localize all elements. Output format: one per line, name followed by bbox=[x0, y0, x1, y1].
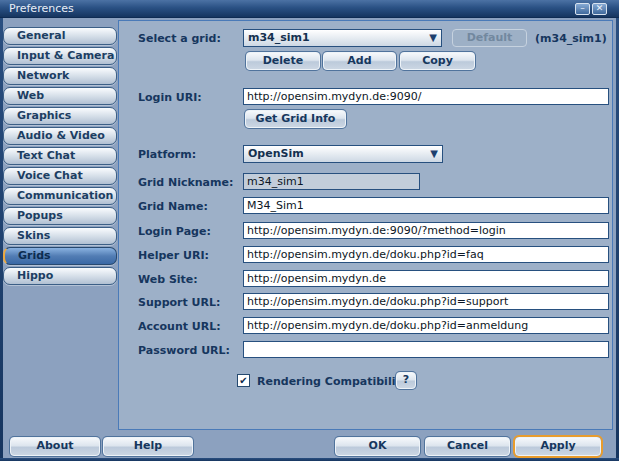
check-icon: ✔ bbox=[239, 375, 247, 386]
preferences-dialog: Preferences – ✕ General Input & Camera N… bbox=[0, 0, 619, 461]
rendering-compatibility-checkbox[interactable]: ✔ bbox=[237, 374, 250, 387]
apply-button[interactable]: Apply bbox=[515, 437, 601, 456]
password-url-label: Password URL: bbox=[138, 344, 230, 357]
delete-button[interactable]: Delete bbox=[246, 52, 320, 70]
sidebar-item-popups[interactable]: Popups bbox=[3, 207, 117, 225]
helper-uri-label: Helper URI: bbox=[138, 249, 209, 262]
close-icon[interactable]: ✕ bbox=[592, 3, 607, 15]
web-site-input[interactable] bbox=[243, 270, 609, 287]
sidebar-item-input-camera[interactable]: Input & Camera bbox=[3, 47, 117, 65]
sidebar-item-network[interactable]: Network bbox=[3, 67, 117, 85]
titlebar[interactable]: Preferences – ✕ bbox=[0, 0, 619, 18]
helper-uri-input[interactable] bbox=[243, 246, 609, 263]
copy-button[interactable]: Copy bbox=[400, 52, 475, 70]
grid-nickname-input[interactable] bbox=[243, 173, 420, 190]
login-uri-input[interactable] bbox=[243, 88, 609, 105]
password-url-input[interactable] bbox=[243, 341, 609, 358]
sidebar-item-grids[interactable]: Grids bbox=[3, 247, 117, 265]
grid-name-label: Grid Name: bbox=[138, 200, 208, 213]
active-grid-note: (m34_sim1) bbox=[535, 32, 607, 45]
rendering-compatibility-label: Rendering Compatibility bbox=[257, 375, 408, 388]
chevron-down-icon: ▼ bbox=[430, 146, 438, 162]
sidebar-item-text-chat[interactable]: Text Chat bbox=[3, 147, 117, 165]
ok-button[interactable]: OK bbox=[335, 437, 420, 456]
platform-value: OpenSim bbox=[248, 147, 304, 160]
window-title: Preferences bbox=[9, 2, 74, 15]
default-button[interactable]: Default bbox=[452, 29, 527, 47]
window-frame-left bbox=[0, 18, 3, 461]
account-url-label: Account URL: bbox=[138, 320, 221, 333]
select-grid-label: Select a grid: bbox=[138, 32, 221, 45]
login-page-label: Login Page: bbox=[138, 225, 211, 238]
chevron-down-icon: ▼ bbox=[429, 30, 437, 46]
grid-select-value: m34_sim1 bbox=[248, 31, 310, 44]
sidebar-item-communication[interactable]: Communication bbox=[3, 187, 117, 205]
support-url-label: Support URL: bbox=[138, 296, 220, 309]
platform-dropdown[interactable]: ▼ OpenSim bbox=[243, 145, 443, 163]
grid-nickname-label: Grid Nickname: bbox=[138, 176, 233, 189]
add-button[interactable]: Add bbox=[323, 52, 396, 70]
login-page-input[interactable] bbox=[243, 222, 609, 239]
grid-select-dropdown[interactable]: ▼ m34_sim1 bbox=[243, 29, 442, 47]
account-url-input[interactable] bbox=[243, 317, 609, 334]
sidebar-item-voice-chat[interactable]: Voice Chat bbox=[3, 167, 117, 185]
sidebar-item-general[interactable]: General bbox=[3, 27, 117, 45]
get-grid-info-button[interactable]: Get Grid Info bbox=[245, 110, 346, 128]
help-button[interactable]: Help bbox=[103, 437, 193, 456]
web-site-label: Web Site: bbox=[138, 273, 198, 286]
sidebar-item-hippo[interactable]: Hippo bbox=[3, 267, 117, 285]
sidebar-item-skins[interactable]: Skins bbox=[3, 227, 117, 245]
platform-label: Platform: bbox=[138, 148, 196, 161]
sidebar-item-web[interactable]: Web bbox=[3, 87, 117, 105]
login-uri-label: Login URI: bbox=[138, 91, 202, 104]
sidebar-item-graphics[interactable]: Graphics bbox=[3, 107, 117, 125]
sidebar-item-audio-video[interactable]: Audio & Video bbox=[3, 127, 117, 145]
rendering-help-button[interactable]: ? bbox=[396, 372, 416, 389]
support-url-input[interactable] bbox=[243, 293, 609, 310]
minimize-icon[interactable]: – bbox=[575, 3, 590, 15]
grid-name-input[interactable] bbox=[243, 197, 609, 214]
about-button[interactable]: About bbox=[10, 437, 100, 456]
grids-panel: Select a grid: ▼ m34_sim1 Default (m34_s… bbox=[118, 20, 613, 430]
cancel-button[interactable]: Cancel bbox=[425, 437, 510, 456]
